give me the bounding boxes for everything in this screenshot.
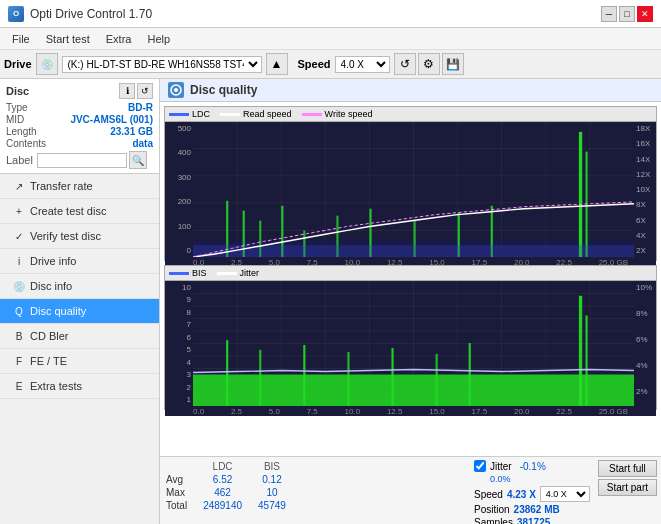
disc-label-button[interactable]: 🔍 bbox=[129, 151, 147, 169]
stats-row-avg: Avg 6.52 0.12 bbox=[164, 473, 310, 486]
drive-label: Drive bbox=[4, 58, 32, 70]
sidebar: Disc ℹ ↺ Type BD-R MID JVC-AMS6L (001) L… bbox=[0, 79, 160, 524]
stats-avg-ldc: 6.52 bbox=[195, 473, 250, 486]
disc-contents-row: Contents data bbox=[6, 138, 153, 149]
menu-help[interactable]: Help bbox=[139, 31, 178, 47]
disc-info-icon[interactable]: ℹ bbox=[119, 83, 135, 99]
legend-read-speed: Read speed bbox=[220, 109, 292, 119]
chart2-svg bbox=[193, 281, 634, 406]
sidebar-item-label: Disc info bbox=[30, 280, 72, 292]
stats-max-ldc: 462 bbox=[195, 486, 250, 499]
disc-header: Disc ℹ ↺ bbox=[6, 83, 153, 99]
minimize-button[interactable]: ─ bbox=[601, 6, 617, 22]
sidebar-item-disc-quality[interactable]: Q Disc quality bbox=[0, 299, 159, 324]
settings-icon[interactable]: ⚙ bbox=[418, 53, 440, 75]
svg-rect-53 bbox=[259, 350, 261, 406]
sidebar-item-extra-tests[interactable]: E Extra tests bbox=[0, 374, 159, 399]
stats-area: LDC BIS Avg 6.52 0.12 Max bbox=[160, 456, 661, 524]
btn-area: Start full Start part bbox=[598, 460, 657, 496]
sidebar-item-label: Drive info bbox=[30, 255, 76, 267]
chart2-y-axis-right: 10% 8% 6% 4% 2% bbox=[634, 281, 656, 406]
disc-label-label: Label bbox=[6, 154, 33, 166]
speed-select[interactable]: 4.0 X bbox=[335, 56, 390, 73]
chart1-plot bbox=[193, 122, 634, 257]
chart2-y-axis-left: 10 9 8 7 6 5 4 3 2 1 bbox=[165, 281, 193, 406]
legend-write-speed-label: Write speed bbox=[325, 109, 373, 119]
legend-ldc: LDC bbox=[169, 109, 210, 119]
sidebar-item-create-test-disc[interactable]: + Create test disc bbox=[0, 199, 159, 224]
disc-refresh-icon[interactable]: ↺ bbox=[137, 83, 153, 99]
sidebar-item-drive-info[interactable]: i Drive info bbox=[0, 249, 159, 274]
drive-eject-button[interactable]: ▲ bbox=[266, 53, 288, 75]
menu-file[interactable]: File bbox=[4, 31, 38, 47]
position-value: 23862 MB bbox=[514, 504, 560, 515]
sidebar-item-label: CD Bler bbox=[30, 330, 69, 342]
toolbar-icons: ↺ ⚙ 💾 bbox=[394, 53, 464, 75]
disc-contents-value: data bbox=[132, 138, 153, 149]
stats-row-total: Total 2489140 45749 bbox=[164, 499, 310, 512]
sidebar-item-label: FE / TE bbox=[30, 355, 67, 367]
app-title: Opti Drive Control 1.70 bbox=[30, 7, 152, 21]
close-button[interactable]: ✕ bbox=[637, 6, 653, 22]
svg-rect-30 bbox=[193, 245, 634, 257]
disc-length-label: Length bbox=[6, 126, 37, 137]
stats-total-label: Total bbox=[164, 499, 195, 512]
legend-bis-color bbox=[169, 272, 189, 275]
verify-test-disc-icon: ✓ bbox=[12, 229, 26, 243]
maximize-button[interactable]: □ bbox=[619, 6, 635, 22]
svg-point-1 bbox=[174, 88, 178, 92]
start-full-button[interactable]: Start full bbox=[598, 460, 657, 477]
sidebar-item-verify-test-disc[interactable]: ✓ Verify test disc bbox=[0, 224, 159, 249]
speed-label: Speed bbox=[298, 58, 331, 70]
start-part-button[interactable]: Start part bbox=[598, 479, 657, 496]
drive-toolbar: Drive 💿 (K:) HL-DT-ST BD-RE WH16NS58 TST… bbox=[0, 50, 661, 79]
menu-start-test[interactable]: Start test bbox=[38, 31, 98, 47]
stats-row-max: Max 462 10 bbox=[164, 486, 310, 499]
sidebar-item-fe-te[interactable]: F FE / TE bbox=[0, 349, 159, 374]
stats-header-ldc: LDC bbox=[195, 460, 250, 473]
speed-select-stats[interactable]: 4.0 X bbox=[540, 486, 590, 502]
svg-rect-56 bbox=[391, 348, 393, 406]
jitter-checkbox[interactable] bbox=[474, 460, 486, 472]
legend-jitter-label: Jitter bbox=[240, 268, 260, 278]
save-icon[interactable]: 💾 bbox=[442, 53, 464, 75]
title-bar: O Opti Drive Control 1.70 ─ □ ✕ bbox=[0, 0, 661, 28]
stats-right: Jitter -0.1% 0.0% Speed 4.23 X 4.0 X Pos… bbox=[474, 460, 590, 524]
stats-avg-label: Avg bbox=[164, 473, 195, 486]
stats-total-bis: 45749 bbox=[250, 499, 294, 512]
sidebar-item-transfer-rate[interactable]: ↗ Transfer rate bbox=[0, 174, 159, 199]
title-bar-controls: ─ □ ✕ bbox=[601, 6, 653, 22]
samples-value: 381725 bbox=[517, 517, 550, 524]
disc-header-label: Disc bbox=[6, 85, 29, 97]
drive-select[interactable]: (K:) HL-DT-ST BD-RE WH16NS58 TST4 bbox=[62, 56, 262, 73]
jitter-avg: -0.1% bbox=[520, 461, 546, 472]
menu-bar: File Start test Extra Help bbox=[0, 28, 661, 50]
sidebar-item-cd-bler[interactable]: B CD Bler bbox=[0, 324, 159, 349]
disc-quality-header-icon bbox=[168, 82, 184, 98]
disc-label-input[interactable] bbox=[37, 153, 127, 168]
disc-length-value: 23.31 GB bbox=[110, 126, 153, 137]
extra-tests-icon: E bbox=[12, 379, 26, 393]
svg-rect-52 bbox=[226, 340, 228, 406]
position-label: Position bbox=[474, 504, 510, 515]
stats-header-bis: BIS bbox=[250, 460, 294, 473]
sidebar-item-disc-info[interactable]: 💿 Disc info bbox=[0, 274, 159, 299]
svg-rect-58 bbox=[469, 343, 471, 406]
refresh-icon[interactable]: ↺ bbox=[394, 53, 416, 75]
samples-label: Samples bbox=[474, 517, 513, 524]
chart1-svg bbox=[193, 122, 634, 257]
chart1-container: LDC Read speed Write speed 500 bbox=[164, 106, 657, 261]
disc-quality-icon: Q bbox=[12, 304, 26, 318]
samples-info: Samples 381725 bbox=[474, 517, 590, 524]
menu-extra[interactable]: Extra bbox=[98, 31, 140, 47]
drive-eject-icon[interactable]: 💿 bbox=[36, 53, 58, 75]
drive-info-icon: i bbox=[12, 254, 26, 268]
svg-rect-60 bbox=[585, 315, 587, 406]
disc-mid-value: JVC-AMS6L (001) bbox=[70, 114, 153, 125]
disc-contents-label: Contents bbox=[6, 138, 46, 149]
sidebar-nav: ↗ Transfer rate + Create test disc ✓ Ver… bbox=[0, 174, 159, 524]
disc-info-nav-icon: 💿 bbox=[12, 279, 26, 293]
speed-info: Speed 4.23 X 4.0 X bbox=[474, 486, 590, 502]
disc-mid-row: MID JVC-AMS6L (001) bbox=[6, 114, 153, 125]
jitter-max: 0.0% bbox=[490, 474, 590, 484]
